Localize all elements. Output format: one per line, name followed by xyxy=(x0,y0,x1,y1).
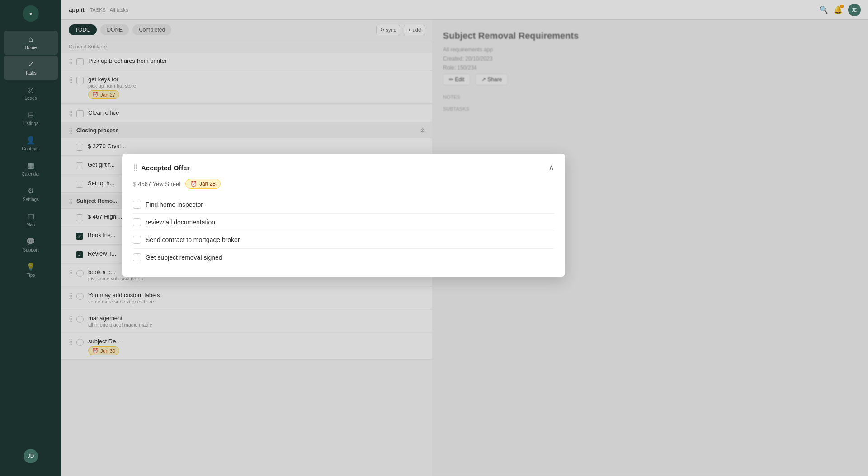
user-avatar[interactable]: JD xyxy=(24,449,38,463)
popup-task-item-3: Send contract to mortgage broker xyxy=(133,231,554,249)
tab-todo[interactable]: TODO xyxy=(69,24,97,35)
sidebar-item-label: Support xyxy=(23,247,38,252)
task-checkbox-m1[interactable] xyxy=(76,270,84,277)
task-title-1: Pick up brochures from printer xyxy=(88,57,425,64)
sidebar-item-label: Listings xyxy=(23,121,38,126)
task-checkbox-s3[interactable] xyxy=(76,251,83,258)
panel-last-updated: Role: 150/234 xyxy=(443,65,857,71)
drag-handle-icon[interactable]: ⣿ xyxy=(69,77,73,83)
sidebar-item-leads[interactable]: ◎ Leads xyxy=(4,81,58,105)
task-checkbox-m2[interactable] xyxy=(76,293,84,300)
task-due-badge-2: ⏰ Jan 27 xyxy=(88,90,119,99)
add-button[interactable]: + add xyxy=(404,25,425,35)
sidebar-item-label: Map xyxy=(26,222,35,227)
topbar-right: 🔍 🔔 JD xyxy=(819,4,861,16)
app-logo[interactable]: ● xyxy=(23,5,39,22)
task-checkbox-c3[interactable] xyxy=(76,181,83,188)
task-row: ⣿ Clean office xyxy=(61,105,432,122)
popup-drag-handle-icon[interactable]: ⣿ xyxy=(133,164,137,171)
sidebar-item-contacts[interactable]: 👤 Contacts xyxy=(4,131,58,156)
drag-handle-icon[interactable]: ⣿ xyxy=(69,58,73,65)
sidebar-item-listings[interactable]: ⊟ Listings xyxy=(4,106,58,131)
app-title: app.it xyxy=(69,6,85,13)
popup-date-text: Jan 28 xyxy=(199,181,216,187)
popup-title-text: Accepted Offer xyxy=(141,164,190,172)
task-checkbox-3[interactable] xyxy=(76,110,84,117)
popup-task-item-2: review all documentation xyxy=(133,214,554,231)
task-checkbox-1[interactable] xyxy=(76,58,84,65)
popup-address-row: $ 4567 Yew Street ⏰ Jan 28 xyxy=(133,179,554,189)
sidebar-item-calendar[interactable]: ▦ Calendar xyxy=(4,157,58,181)
sidebar-item-label: Calendar xyxy=(22,172,40,177)
sidebar-item-support[interactable]: 💬 Support xyxy=(4,233,58,257)
task-checkbox-c1[interactable] xyxy=(76,144,83,151)
group-label: General Subtasks xyxy=(69,44,108,49)
panel-subtasks-label: SUBTASKS xyxy=(443,106,857,112)
popup-collapse-button[interactable]: ∧ xyxy=(548,163,554,173)
notification-icon[interactable]: 🔔 xyxy=(834,5,843,14)
task-title-c1: $ 3270 Cryst... xyxy=(88,143,425,149)
popup-checkbox-3[interactable] xyxy=(133,236,141,244)
support-icon: 💬 xyxy=(26,237,35,246)
tips-icon: 💡 xyxy=(26,262,35,271)
drag-handle-icon[interactable]: ⣿ xyxy=(69,270,73,276)
panel-actions: ✏ Edit ↗ Share xyxy=(443,74,857,85)
panel-title: Subject Removal Requirements xyxy=(443,31,857,41)
popup-title-row: ⣿ Accepted Offer xyxy=(133,164,190,172)
drag-handle-icon[interactable]: ⣿ xyxy=(69,128,73,134)
sidebar-item-tasks[interactable]: ✓ Tasks xyxy=(4,56,58,80)
popup-address: $ 4567 Yew Street xyxy=(133,181,181,187)
task-checkbox-m3[interactable] xyxy=(76,316,84,323)
panel-share-btn[interactable]: ↗ Share xyxy=(476,74,508,85)
drag-handle-icon[interactable]: ⣿ xyxy=(69,339,73,345)
popup-alarm-icon: ⏰ xyxy=(190,181,197,187)
task-content-3: Clean office xyxy=(88,109,425,116)
sidebar-item-map[interactable]: ◫ Map xyxy=(4,207,58,232)
task-title-2: get keys for xyxy=(88,76,425,83)
drag-handle-icon[interactable]: ⣿ xyxy=(69,293,73,299)
topbar-avatar[interactable]: JD xyxy=(848,4,861,16)
popup-checkbox-2[interactable] xyxy=(133,218,141,226)
tab-actions: ↻ sync + add xyxy=(376,25,425,35)
sidebar: ● ⌂ Home ✓ Tasks ◎ Leads ⊟ Listings 👤 Co… xyxy=(0,0,61,476)
tab-done[interactable]: DONE xyxy=(100,24,129,35)
task-checkbox-m4[interactable] xyxy=(76,339,84,346)
drag-handle-icon[interactable]: ⣿ xyxy=(69,198,73,205)
task-checkbox-2[interactable] xyxy=(76,77,84,84)
task-checkbox-s2[interactable] xyxy=(76,233,83,240)
home-icon: ⌂ xyxy=(28,35,33,43)
panel-notes-label: NOTES xyxy=(443,94,857,100)
popup-task-label-1: Find home inspector xyxy=(146,201,203,208)
tab-completed[interactable]: Completed xyxy=(132,24,171,35)
task-badge-text-m4: Jun 30 xyxy=(100,348,115,354)
alarm-icon: ⏰ xyxy=(92,92,99,98)
sidebar-item-label: Contacts xyxy=(22,146,39,151)
search-icon[interactable]: 🔍 xyxy=(819,5,828,14)
task-title-m4: subject Re... xyxy=(88,338,425,345)
task-row: ⣿ get keys for pick up from hat store ⏰ … xyxy=(61,71,432,104)
task-badge-text-2: Jan 27 xyxy=(100,92,115,98)
sidebar-item-label: Settings xyxy=(23,197,39,202)
sidebar-item-settings[interactable]: ⚙ Settings xyxy=(4,182,58,206)
task-checkbox-c2[interactable] xyxy=(76,162,83,169)
sync-label: sync xyxy=(386,27,396,33)
popup-checkbox-4[interactable] xyxy=(133,253,141,261)
task-row: ⣿ You may add custom labels some more su… xyxy=(61,287,432,309)
drag-handle-icon[interactable]: ⣿ xyxy=(69,110,73,117)
sidebar-item-home[interactable]: ⌂ Home xyxy=(4,31,58,55)
task-subtitle-2: pick up from hat store xyxy=(88,83,425,89)
sidebar-item-tips[interactable]: 💡 Tips xyxy=(4,258,58,282)
popup-checkbox-1[interactable] xyxy=(133,201,141,209)
accepted-offer-popup: ⣿ Accepted Offer ∧ $ 4567 Yew Street ⏰ J… xyxy=(122,154,565,277)
panel-created: Created: 20/10/2023 xyxy=(443,56,857,62)
section-toggle-closing[interactable]: ⚙ xyxy=(420,127,425,134)
popup-task-item-4: Get subject removal signed xyxy=(133,249,554,266)
popup-header: ⣿ Accepted Offer ∧ xyxy=(133,163,554,173)
panel-edit-btn[interactable]: ✏ Edit xyxy=(443,74,470,85)
sync-button[interactable]: ↻ sync xyxy=(376,25,401,35)
task-checkbox-s1[interactable] xyxy=(76,214,83,221)
drag-handle-icon[interactable]: ⣿ xyxy=(69,316,73,322)
avatar-initials: JD xyxy=(28,453,34,459)
popup-date-badge: ⏰ Jan 28 xyxy=(185,179,221,189)
task-row: ⣿ Pick up brochures from printer xyxy=(61,53,432,70)
